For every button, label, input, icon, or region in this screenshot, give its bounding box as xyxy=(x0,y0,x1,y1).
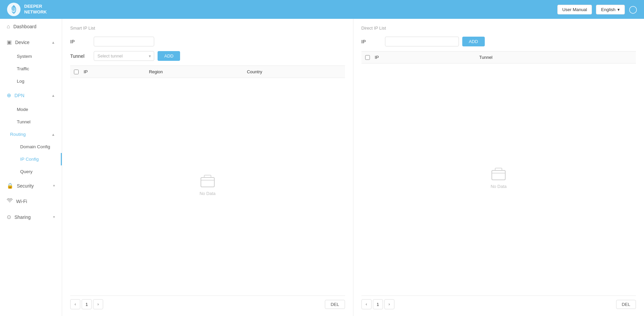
sidebar-item-device[interactable]: ▣ Device ▲ xyxy=(0,34,62,50)
sidebar-item-dpn[interactable]: ⊕ DPN ▲ xyxy=(0,87,62,103)
sidebar-item-sharing[interactable]: ⊙ Sharing ▾ xyxy=(0,209,62,225)
home-icon: ⌂ xyxy=(7,24,10,30)
direct-ip-header-check xyxy=(361,55,374,60)
language-selector[interactable]: English ▾ xyxy=(596,5,625,14)
sidebar-label-domain-config: Domain Config xyxy=(20,144,50,149)
no-data-icon xyxy=(199,174,216,188)
smart-ip-col-country: Country xyxy=(247,69,345,74)
direct-ip-input[interactable] xyxy=(385,37,459,46)
globe-icon: ⊕ xyxy=(7,92,11,98)
svg-rect-3 xyxy=(492,170,505,180)
sidebar-item-dashboard[interactable]: ⌂ Dashboard xyxy=(0,19,62,34)
sidebar-label-dpn: DPN xyxy=(14,93,25,98)
device-icon: ▣ xyxy=(7,39,12,45)
smart-ip-no-data-text: No Data xyxy=(200,191,216,196)
language-chevron-icon: ▾ xyxy=(617,7,620,12)
tunnel-select-wrapper: Select tunnel xyxy=(94,51,154,61)
direct-ip-pagination-left: ‹ 1 › xyxy=(361,299,394,309)
svg-rect-2 xyxy=(201,177,214,187)
smart-ip-del-button[interactable]: DEL xyxy=(325,300,345,309)
smart-ip-select-all[interactable] xyxy=(74,70,79,74)
sidebar-item-ip-config[interactable]: IP Config xyxy=(0,153,62,165)
lock-icon: 🔒 xyxy=(7,183,13,189)
smart-ip-next-button[interactable]: › xyxy=(93,299,103,309)
direct-ip-title: Direct IP List xyxy=(361,26,636,31)
smart-ip-page-num: 1 xyxy=(82,299,92,309)
sidebar-item-security[interactable]: 🔒 Security ▾ xyxy=(0,178,62,194)
smart-ip-no-data: No Data xyxy=(70,78,345,292)
sidebar-item-tunnel[interactable]: Tunnel xyxy=(0,116,62,128)
smart-ip-prev-button[interactable]: ‹ xyxy=(70,299,80,309)
direct-ip-no-data: No Data xyxy=(361,64,636,292)
direct-ip-del-button[interactable]: DEL xyxy=(616,300,636,309)
direct-ip-col-ip: IP xyxy=(374,55,479,60)
smart-ip-label: IP xyxy=(70,39,90,44)
smart-ip-table-header: IP Region Country xyxy=(70,66,345,78)
sidebar-label-routing: Routing xyxy=(10,132,26,137)
smart-ip-title: Smart IP List xyxy=(70,26,345,31)
sidebar-item-mode[interactable]: Mode xyxy=(0,103,62,116)
smart-ip-pagination: ‹ 1 › DEL xyxy=(70,295,345,309)
smart-ip-form-ip: IP xyxy=(70,37,345,46)
direct-ip-table-header: IP Tunnel xyxy=(361,51,636,64)
app-header: DEEPER NETWORK User Manual English ▾ ◯ xyxy=(0,0,644,19)
sidebar-label-security: Security xyxy=(17,183,34,189)
language-label: English xyxy=(601,7,615,12)
direct-ip-label: IP xyxy=(361,39,382,44)
direct-ip-pagination: ‹ 1 › DEL xyxy=(361,295,636,309)
tunnel-select[interactable]: Select tunnel xyxy=(94,51,154,61)
smart-tunnel-label: Tunnel xyxy=(70,53,90,59)
sharing-icon: ⊙ xyxy=(7,214,11,220)
smart-tunnel-form: Tunnel Select tunnel ADD xyxy=(70,51,345,61)
logo-line2: NETWORK xyxy=(24,9,47,14)
sidebar-label-query: Query xyxy=(20,169,33,174)
sidebar-item-system[interactable]: System xyxy=(0,50,62,63)
chevron-down-icon-sharing: ▾ xyxy=(53,215,55,219)
chevron-up-icon-routing: ▲ xyxy=(51,132,55,136)
sidebar-label-wifi: Wi-Fi xyxy=(16,199,27,204)
sidebar-item-domain-config[interactable]: Domain Config xyxy=(0,141,62,153)
direct-ip-select-all[interactable] xyxy=(365,55,370,60)
chevron-down-icon-security: ▾ xyxy=(53,184,55,188)
smart-ip-col-ip: IP xyxy=(82,69,149,74)
logo: DEEPER NETWORK xyxy=(7,2,47,16)
sidebar-item-routing[interactable]: Routing ▲ xyxy=(0,128,62,141)
direct-ip-panel: Direct IP List IP ADD IP Tunnel xyxy=(353,19,644,316)
direct-ip-no-data-text: No Data xyxy=(490,184,507,189)
sidebar-label-mode: Mode xyxy=(17,107,28,112)
sidebar-item-traffic[interactable]: Traffic xyxy=(0,63,62,75)
sidebar-item-query[interactable]: Query xyxy=(0,165,62,178)
header-right: User Manual English ▾ ◯ xyxy=(557,5,637,14)
sidebar-item-wifi[interactable]: Wi-Fi xyxy=(0,194,62,209)
direct-ip-col-tunnel: Tunnel xyxy=(479,55,636,60)
chevron-up-icon-dpn: ▲ xyxy=(51,93,55,97)
direct-add-button[interactable]: ADD xyxy=(462,37,485,46)
sidebar-label-traffic: Traffic xyxy=(17,66,29,71)
sidebar-label-dashboard: Dashboard xyxy=(13,24,37,29)
direct-ip-next-button[interactable]: › xyxy=(384,299,394,309)
sidebar-item-log[interactable]: Log xyxy=(0,75,62,87)
user-manual-button[interactable]: User Manual xyxy=(557,5,592,14)
smart-ip-input[interactable] xyxy=(94,37,154,46)
sidebar: ⌂ Dashboard ▣ Device ▲ System Traffic Lo… xyxy=(0,19,62,316)
smart-ip-header-check xyxy=(70,70,82,74)
direct-ip-page-num: 1 xyxy=(373,299,383,309)
wifi-icon xyxy=(7,198,13,204)
sidebar-label-log: Log xyxy=(17,79,25,84)
smart-add-button[interactable]: ADD xyxy=(158,51,180,61)
direct-no-data-icon xyxy=(490,167,507,181)
sidebar-label-ip-config: IP Config xyxy=(20,157,39,162)
direct-ip-form: IP ADD xyxy=(361,37,636,46)
user-profile-icon[interactable]: ◯ xyxy=(629,5,637,14)
logo-icon xyxy=(7,2,21,16)
sidebar-label-sharing: Sharing xyxy=(14,214,31,220)
sidebar-label-device: Device xyxy=(15,40,30,45)
chevron-up-icon: ▲ xyxy=(51,40,55,44)
smart-ip-pagination-left: ‹ 1 › xyxy=(70,299,103,309)
sidebar-label-system: System xyxy=(17,54,32,59)
smart-ip-panel: Smart IP List IP Tunnel Select tunnel AD… xyxy=(62,19,353,316)
direct-ip-prev-button[interactable]: ‹ xyxy=(361,299,372,309)
content-area: Smart IP List IP Tunnel Select tunnel AD… xyxy=(62,19,644,316)
smart-ip-col-region: Region xyxy=(149,69,247,74)
logo-line1: DEEPER xyxy=(24,4,42,9)
